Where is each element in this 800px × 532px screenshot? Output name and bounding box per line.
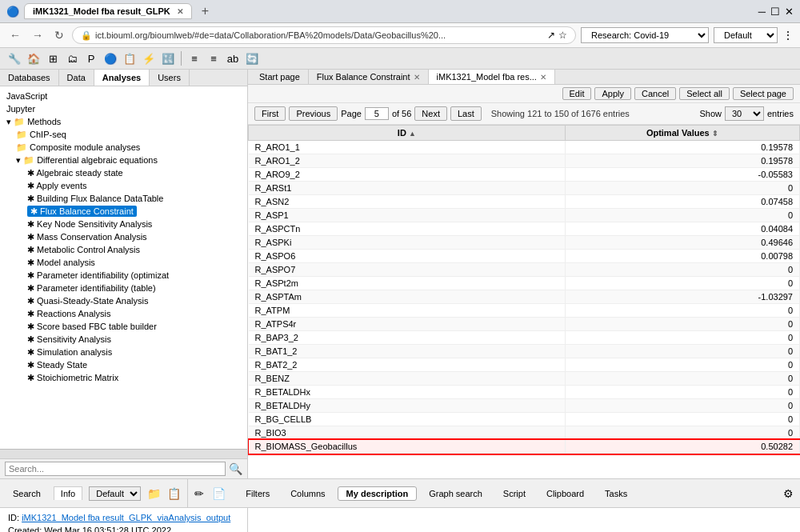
list-item[interactable]: Jupyter [0,102,247,115]
table-row[interactable]: R_BAP3_20 [249,331,800,345]
my-description-tab[interactable]: My description [338,486,418,501]
list-item[interactable]: ✱ Metabolic Control Analysis [0,243,247,256]
list-item[interactable]: ✱ Flux Balance Constraint [0,205,247,218]
tool5-icon[interactable]: P [83,50,99,66]
table-row[interactable]: R_ARO1_10.19578 [249,141,800,154]
list-item[interactable]: ▾ 📁 Differential algebraic equations [0,154,247,166]
address-bar[interactable]: 🔒 ict.biouml.org/bioumlweb/#de=data/Coll… [72,26,576,44]
table-row[interactable]: R_ASPO60.00798 [249,250,800,263]
bottom-default-select[interactable]: Default [89,486,141,501]
cancel-button[interactable]: Cancel [634,87,676,100]
columns-tab[interactable]: Columns [282,486,334,501]
clipboard-tab[interactable]: Clipboard [538,486,593,501]
imk1321-close-icon[interactable]: ✕ [540,73,546,82]
bookmark-icon[interactable]: ☆ [558,30,567,41]
table-row[interactable]: R_ATPM0 [249,304,800,318]
tree-search-icon[interactable]: 🔍 [229,462,242,475]
tab-databases[interactable]: Databases [0,70,59,86]
table-row[interactable]: R_ARO9_2-0.05583 [249,168,800,182]
bottom-icon2[interactable]: 📋 [167,487,181,500]
list-item[interactable]: ✱ Simulation analysis [0,346,247,358]
table-row[interactable]: R_ARO1_20.19578 [249,154,800,168]
table-row[interactable]: R_BETALDHx0 [249,386,800,399]
share-icon[interactable]: ↗ [547,30,555,41]
flux-balance-close-icon[interactable]: ✕ [414,73,420,82]
table-row[interactable]: R_BENZ0 [249,372,800,386]
tab-analyses[interactable]: Analyses [94,70,150,86]
edit-button[interactable]: Edit [562,87,592,100]
tool1-icon[interactable]: 🔧 [6,50,22,66]
table-row[interactable]: R_ASP10 [249,209,800,222]
graph-search-tab[interactable]: Graph search [420,486,491,501]
tab-flux-balance[interactable]: Flux Balance Constraint ✕ [309,70,429,84]
value-column-header[interactable]: Optimal Values ⇕ [565,126,799,141]
list-item[interactable]: ✱ Score based FBC table builder [0,320,247,333]
list-item[interactable]: ▾ 📁 Methods [0,115,247,128]
table-row[interactable]: R_ASPt2m0 [249,277,800,290]
tasks-tab[interactable]: Tasks [596,486,636,501]
first-button[interactable]: First [254,106,286,121]
list-item[interactable]: ✱ Steady State [0,358,247,371]
minimize-button[interactable]: ─ [758,6,766,18]
value-sort-icon[interactable]: ⇕ [712,130,718,138]
list-item[interactable]: 📁 Composite module analyses [0,141,247,154]
table-row[interactable]: R_ASN20.07458 [249,195,800,209]
table-row[interactable]: R_BG_CELLB0 [249,413,800,426]
select-page-button[interactable]: Select page [733,87,794,100]
list-item[interactable]: JavaScript [0,90,247,102]
apply-button[interactable]: Apply [594,87,631,100]
list-item[interactable]: ✱ Reactions Analysis [0,307,247,320]
next-button[interactable]: Next [414,106,447,121]
info-tab[interactable]: Info [54,486,82,500]
table-row[interactable]: R_BAT2_20 [249,358,800,372]
research-selector[interactable]: Research: Covid-19 [581,27,709,43]
tool6-icon[interactable]: 🔵 [102,50,118,66]
tool10-icon[interactable]: ≡ [186,50,202,66]
menu-icon[interactable]: ⋮ [782,29,794,42]
settings-icon[interactable]: ⚙ [783,487,794,500]
default-selector[interactable]: Default [714,27,778,43]
table-row[interactable]: R_ASPTAm-1.03297 [249,290,800,304]
tool8-icon[interactable]: ⚡ [141,50,157,66]
tool13-icon[interactable]: 🔄 [244,50,260,66]
tool4-icon[interactable]: 🗂 [64,50,80,66]
previous-button[interactable]: Previous [289,106,338,121]
tree-search-input[interactable] [5,462,226,476]
forward-button[interactable]: → [29,27,46,43]
maximize-button[interactable]: ☐ [770,6,780,18]
table-row[interactable]: R_BIO30 [249,426,800,440]
search-tab[interactable]: Search [6,487,47,500]
table-row[interactable]: R_ASPCTn0.04084 [249,222,800,236]
tool7-icon[interactable]: 📋 [122,50,138,66]
table-row[interactable]: R_ARSt10 [249,182,800,195]
back-button[interactable]: ← [6,27,24,43]
script-tab[interactable]: Script [494,486,534,501]
list-item[interactable]: ✱ Parameter identifiability (table) [0,282,247,294]
tab-imk1321[interactable]: iMK1321_Model fba res... ✕ [429,70,555,84]
table-row[interactable]: R_BAT1_20 [249,345,800,358]
list-item[interactable]: ✱ Sensitivity Analysis [0,333,247,346]
tool2-icon[interactable]: 🏠 [26,50,42,66]
table-row[interactable]: R_BETALDHy0 [249,399,800,413]
list-item[interactable]: ✱ Model analysis [0,256,247,269]
tab-start-page[interactable]: Start page [251,70,309,84]
list-item[interactable]: ✱ Stoichiometric Matrix [0,371,247,384]
table-row[interactable]: R_ATPS4r0 [249,318,800,331]
bottom-action-icon2[interactable]: 📄 [212,487,226,500]
id-link[interactable]: iMK1321_Model fba result_GLPK_viaAnalysi… [22,513,230,522]
tool12-icon[interactable]: ab [225,50,241,66]
filters-tab[interactable]: Filters [237,486,278,501]
list-item[interactable]: ✱ Apply events [0,179,247,192]
list-item[interactable]: ✱ Building Flux Balance DataTable [0,192,247,205]
id-column-header[interactable]: ID ▲ [249,126,566,141]
horizontal-scrollbar[interactable] [0,449,247,458]
select-all-button[interactable]: Select all [679,87,730,100]
bottom-icon1[interactable]: 📁 [147,487,161,500]
table-row[interactable]: R_BIOMASS_Geobacillus0.50282 [249,440,800,454]
reload-button[interactable]: ↻ [51,27,67,43]
close-button[interactable]: ✕ [785,6,794,18]
list-item[interactable]: ✱ Parameter identifiability (optimizat [0,269,247,282]
page-input[interactable] [365,107,389,120]
list-item[interactable]: ✱ Quasi-Steady-State Analysis [0,294,247,307]
active-tab[interactable]: iMK1321_Model fba result_GLPK ✕ [24,3,192,19]
